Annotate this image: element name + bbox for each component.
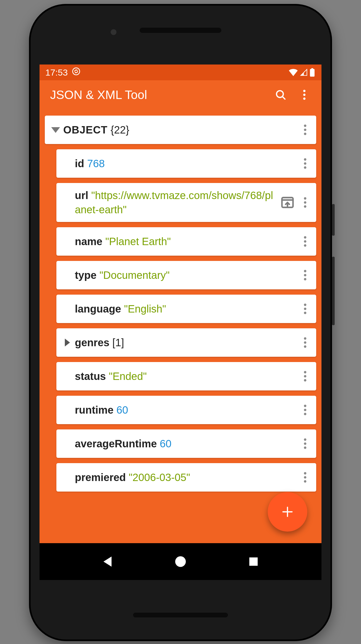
more-vert-icon: [304, 472, 306, 483]
svg-point-28: [304, 337, 306, 340]
node-menu-button[interactable]: [298, 332, 313, 353]
search-button[interactable]: [269, 83, 292, 107]
node-menu-button[interactable]: [298, 298, 313, 319]
add-fab[interactable]: [268, 492, 307, 532]
app-bar: JSON & XML Tool: [40, 80, 321, 109]
more-vert-icon: [304, 158, 306, 169]
search-icon: [275, 89, 286, 101]
node-language[interactable]: language "English": [56, 295, 316, 323]
node-value: "https://www.tvmaze.com/shows/768/planet…: [75, 190, 273, 215]
svg-point-30: [304, 345, 306, 348]
more-vert-icon: [304, 197, 306, 208]
svg-point-6: [303, 94, 306, 96]
svg-point-11: [304, 158, 306, 161]
node-key: averageRuntime: [75, 438, 157, 449]
root-label: OBJECT: [63, 124, 108, 136]
node-averageRuntime[interactable]: averageRuntime 60: [56, 429, 316, 458]
node-root-object[interactable]: OBJECT {22}: [45, 116, 316, 144]
node-value: 60: [160, 438, 172, 449]
nav-back-button[interactable]: [98, 552, 117, 571]
svg-point-5: [303, 90, 306, 92]
node-menu-button[interactable]: [298, 231, 313, 252]
bottom-speaker: [133, 613, 228, 617]
node-name[interactable]: name "Planet Earth": [56, 227, 316, 256]
signal-icon: [300, 69, 308, 76]
nav-back-icon: [102, 556, 113, 568]
svg-point-26: [304, 308, 306, 310]
svg-point-35: [304, 409, 306, 411]
svg-point-20: [304, 240, 306, 242]
svg-point-10: [304, 133, 306, 135]
svg-point-42: [304, 480, 306, 483]
node-id[interactable]: id 768: [56, 149, 316, 178]
node-menu-button[interactable]: [298, 366, 313, 387]
svg-point-37: [304, 438, 306, 441]
svg-point-34: [304, 405, 306, 407]
svg-point-19: [304, 236, 306, 239]
node-menu-button[interactable]: [298, 467, 313, 488]
wifi-icon: [289, 69, 298, 76]
node-genres[interactable]: genres [1]: [56, 328, 316, 357]
node-menu-button[interactable]: [298, 265, 313, 286]
collapse-icon[interactable]: [50, 126, 62, 134]
nav-home-button[interactable]: [171, 552, 190, 571]
more-vert-icon: [304, 337, 306, 348]
node-value: 60: [116, 404, 128, 416]
side-button: [332, 204, 335, 236]
svg-point-9: [304, 128, 306, 131]
app-title: JSON & XML Tool: [50, 88, 269, 102]
node-menu-button[interactable]: [298, 153, 313, 174]
overflow-menu-button[interactable]: [292, 83, 316, 107]
root-count: {22}: [110, 124, 129, 136]
svg-point-29: [304, 341, 306, 344]
svg-line-4: [282, 96, 285, 99]
expand-icon[interactable]: [61, 338, 73, 347]
svg-point-27: [304, 312, 306, 314]
svg-point-12: [304, 162, 306, 165]
more-vert-icon: [303, 90, 306, 100]
svg-point-18: [304, 205, 306, 208]
node-value: "2006-03-05": [129, 472, 190, 483]
node-value: "Documentary": [99, 269, 169, 281]
svg-point-32: [304, 375, 306, 377]
svg-rect-46: [249, 557, 258, 566]
node-key: runtime: [75, 404, 114, 416]
camera-dot: [111, 29, 116, 35]
node-menu-button[interactable]: [298, 399, 313, 420]
nav-recents-button[interactable]: [244, 552, 263, 571]
node-type[interactable]: type "Documentary": [56, 261, 316, 289]
svg-point-24: [304, 278, 306, 280]
node-menu-button[interactable]: [298, 119, 313, 140]
node-key: id: [75, 158, 84, 169]
more-vert-icon: [304, 438, 306, 449]
top-speaker: [140, 28, 221, 33]
open-link-button[interactable]: [279, 194, 296, 211]
no-sync-icon: [72, 67, 80, 78]
content-area: OBJECT {22} id 768: [40, 109, 321, 543]
svg-point-40: [304, 472, 306, 474]
node-value: [1]: [112, 337, 124, 348]
node-menu-button[interactable]: [298, 192, 313, 213]
svg-point-7: [303, 97, 306, 100]
node-menu-button[interactable]: [298, 433, 313, 454]
more-vert-icon: [304, 125, 306, 135]
svg-point-8: [304, 125, 306, 127]
nav-recents-icon: [248, 557, 258, 567]
svg-point-33: [304, 379, 306, 382]
node-key: url: [75, 190, 88, 201]
screen: 17:53: [40, 65, 321, 580]
node-url[interactable]: url "https://www.tvmaze.com/shows/768/pl…: [56, 183, 316, 222]
svg-rect-1: [310, 69, 314, 77]
node-runtime[interactable]: runtime 60: [56, 396, 316, 424]
svg-point-13: [304, 166, 306, 169]
svg-point-25: [304, 304, 306, 306]
more-vert-icon: [304, 236, 306, 247]
svg-point-0: [73, 68, 80, 75]
more-vert-icon: [304, 371, 306, 382]
node-value: "Planet Earth": [105, 236, 171, 247]
node-premiered[interactable]: premiered "2006-03-05": [56, 463, 316, 492]
status-time: 17:53: [45, 67, 68, 78]
node-status[interactable]: status "Ended": [56, 362, 316, 390]
node-key: status: [75, 370, 106, 382]
svg-point-16: [304, 197, 306, 200]
